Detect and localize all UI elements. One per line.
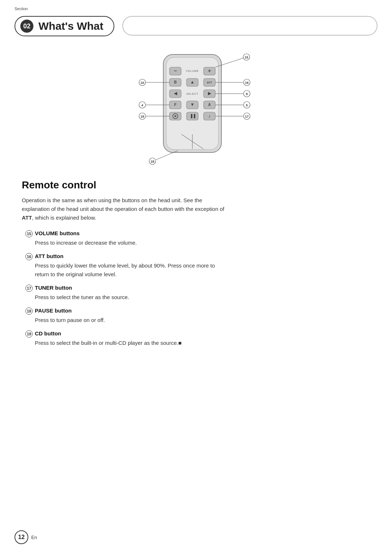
item-16-title-row: 16 ATT button	[25, 253, 370, 260]
item-17-title: TUNER button	[35, 285, 72, 291]
item-16: 16 ATT button Press to quickly lower the…	[22, 253, 370, 279]
svg-text:ATT: ATT	[207, 81, 212, 84]
item-19-desc: Press to select the built-in or multi-CD…	[25, 339, 221, 347]
svg-text:SELECT: SELECT	[186, 93, 198, 95]
svg-rect-28	[191, 114, 192, 118]
svg-text:A: A	[208, 103, 211, 107]
svg-text:▼: ▼	[190, 102, 195, 107]
svg-text:17: 17	[245, 115, 249, 118]
remote-diagram-area: − VOLUME + B ▲ ATT ◀ SELECT ▶ F	[0, 36, 392, 176]
item-18-title: PAUSE button	[35, 307, 72, 314]
remote-image: − VOLUME + B ▲ ATT ◀ SELECT ▶ F	[120, 47, 272, 172]
svg-text:15: 15	[245, 56, 248, 59]
svg-text:10: 10	[140, 81, 144, 85]
item-17-desc: Press to select the tuner as the source.	[25, 293, 221, 302]
item-15: 15 VOLUME buttons Press to increase or d…	[22, 230, 370, 247]
svg-text:▶: ▶	[208, 91, 212, 96]
svg-text:B: B	[174, 80, 176, 84]
svg-text:8: 8	[246, 92, 248, 96]
section-badge: 02 What's What	[15, 16, 114, 36]
item-17-number: 17	[25, 285, 33, 292]
item-15-desc: Press to increase or decrease the volume…	[25, 238, 221, 247]
item-15-number: 15	[25, 230, 33, 237]
language-label: En	[31, 535, 37, 540]
item-16-title: ATT button	[35, 253, 64, 259]
item-18: 18 PAUSE button Press to turn pause on o…	[22, 307, 370, 325]
item-19-number: 19	[25, 330, 33, 338]
header-right-box	[122, 16, 377, 36]
item-18-desc: Press to turn pause on or off.	[25, 316, 221, 325]
item-17-title-row: 17 TUNER button	[25, 285, 370, 292]
svg-text:VOLUME: VOLUME	[186, 70, 199, 72]
content-area: Remote control Operation is the same as …	[0, 176, 392, 368]
svg-text:+: +	[208, 68, 211, 74]
page-header: 02 What's What	[0, 0, 392, 36]
intro-paragraph: Operation is the same as when using the …	[22, 196, 225, 222]
svg-text:19: 19	[140, 115, 144, 118]
footer: 12 En	[15, 530, 37, 544]
item-15-title: VOLUME buttons	[35, 230, 79, 236]
section-title: What's What	[38, 20, 103, 32]
section-label: Section	[15, 7, 28, 11]
item-18-title-row: 18 PAUSE button	[25, 307, 370, 315]
svg-text:4: 4	[141, 103, 143, 107]
item-19: 19 CD button Press to select the built-i…	[22, 330, 370, 347]
svg-text:♪: ♪	[208, 114, 211, 119]
item-17: 17 TUNER button Press to select the tune…	[22, 285, 370, 302]
svg-text:5: 5	[246, 103, 248, 107]
svg-rect-29	[194, 114, 195, 118]
svg-line-58	[156, 151, 178, 160]
svg-text:◀: ◀	[174, 91, 177, 96]
item-18-number: 18	[25, 307, 33, 315]
item-19-title-row: 19 CD button	[25, 330, 370, 338]
remote-control-heading: Remote control	[22, 179, 370, 191]
svg-text:16: 16	[245, 81, 249, 85]
section-number: 02	[20, 20, 33, 33]
item-16-desc: Press to quickly lower the volume level,…	[25, 261, 221, 279]
item-15-title-row: 15 VOLUME buttons	[25, 230, 370, 237]
svg-text:18: 18	[151, 160, 154, 163]
item-16-number: 16	[25, 253, 33, 260]
svg-text:▲: ▲	[190, 79, 195, 85]
svg-text:F: F	[174, 103, 176, 107]
page-number: 12	[15, 530, 28, 544]
item-19-title: CD button	[35, 330, 61, 336]
svg-text:−: −	[174, 68, 177, 74]
